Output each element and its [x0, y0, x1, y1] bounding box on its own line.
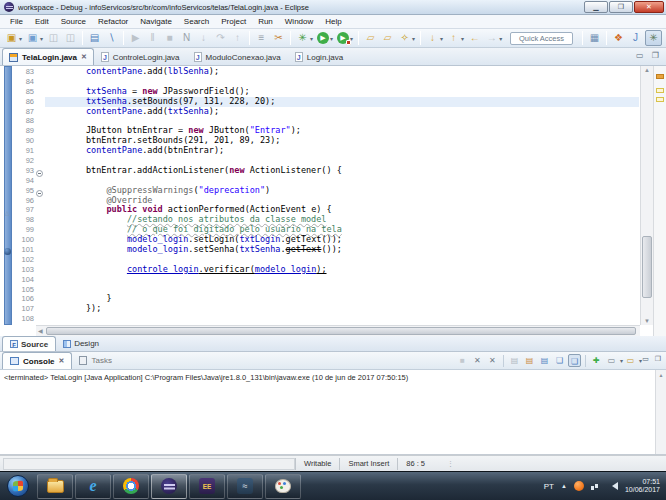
step-over-icon[interactable]: ↷: [213, 30, 228, 46]
avast-icon[interactable]: [574, 481, 584, 491]
menu-run[interactable]: Run: [252, 15, 279, 29]
taskbar-mysql-workbench[interactable]: ≈: [227, 474, 263, 499]
code-line[interactable]: 83 contentPane.add(lblSenha);: [0, 67, 639, 77]
open-resource-icon[interactable]: ▱: [380, 30, 395, 46]
taskbar-paint[interactable]: [265, 474, 301, 499]
show-console-on-output-icon[interactable]: ❏: [553, 354, 566, 367]
code-line[interactable]: 87 contentPane.add(txtSenha);: [0, 107, 639, 117]
run-icon[interactable]: ▶▾: [316, 30, 334, 46]
previous-annotation-icon[interactable]: ↑▾: [446, 30, 465, 46]
menu-help[interactable]: Help: [319, 15, 347, 29]
resume-icon[interactable]: ▶: [128, 30, 143, 46]
horizontal-scroll-thumb[interactable]: [46, 327, 636, 335]
disconnect-icon[interactable]: N: [179, 30, 194, 46]
scroll-up-icon[interactable]: ▲: [641, 67, 653, 73]
console-output[interactable]: <terminated> TelaLogin [Java Application…: [0, 370, 666, 455]
remove-launch-icon[interactable]: ✕: [471, 354, 484, 367]
terminate-icon[interactable]: ■: [162, 30, 177, 46]
search-icon[interactable]: ✧▾: [397, 30, 416, 46]
scroll-down-icon[interactable]: ▼: [641, 318, 653, 324]
vertical-scrollbar[interactable]: ▲ ▼: [640, 66, 653, 325]
menu-refactor[interactable]: Refactor: [92, 15, 134, 29]
minimize-button[interactable]: ▁: [584, 1, 608, 13]
title-bar[interactable]: workspace - Debug - infoServicos/src/br/…: [0, 0, 666, 15]
new-class-icon[interactable]: ▣▾: [25, 30, 44, 46]
menu-source[interactable]: Source: [55, 15, 92, 29]
clear-console-icon[interactable]: ▤: [508, 354, 521, 367]
editor-tab-Login.java[interactable]: JLogin.java: [288, 48, 350, 65]
menu-edit[interactable]: Edit: [29, 15, 55, 29]
java-perspective-icon[interactable]: J: [628, 30, 643, 46]
overview-ruler[interactable]: [653, 66, 666, 336]
editor-minmax-icons[interactable]: ▭ ❐: [636, 51, 662, 60]
code-line[interactable]: 107 });: [0, 304, 639, 314]
horizontal-scrollbar[interactable]: ◀: [36, 325, 640, 336]
volume-icon[interactable]: [608, 482, 618, 490]
tab-console[interactable]: Console ✕: [2, 352, 72, 369]
save-all-icon[interactable]: ◫: [63, 30, 78, 46]
close-console-tab-icon[interactable]: ✕: [59, 357, 65, 365]
new-wizard-icon[interactable]: ▣▾: [4, 30, 23, 46]
terminate-icon[interactable]: ■: [456, 354, 469, 367]
code-line[interactable]: 91 contentPane.add(btnEntrar);: [0, 146, 639, 156]
open-perspective-icon[interactable]: ▦: [587, 30, 602, 46]
taskbar-chrome[interactable]: [113, 474, 149, 499]
tab-source[interactable]: F Source: [2, 336, 56, 351]
quick-access-box[interactable]: Quick Access: [510, 32, 573, 45]
occurrence-marker[interactable]: [656, 88, 664, 93]
skip-all-breakpoints-icon[interactable]: ∖: [104, 30, 119, 46]
open-type-icon[interactable]: ▱: [363, 30, 378, 46]
network-icon[interactable]: [591, 482, 601, 490]
editor-tab-ModuloConexao.java[interactable]: JModuloConexao.java: [187, 48, 288, 65]
back-icon[interactable]: ←: [467, 30, 482, 46]
tab-design[interactable]: Design: [56, 336, 106, 351]
new-console-view-icon[interactable]: ✚: [590, 354, 603, 367]
code-line[interactable]: 93 btnEntrar.addActionListener(new Actio…: [0, 166, 639, 176]
editor-tab-TelaLogin.java[interactable]: TelaLogin.java✕: [2, 48, 94, 65]
word-wrap-icon[interactable]: ▤: [538, 354, 551, 367]
taskbar-eclipse[interactable]: [151, 474, 187, 499]
remove-all-launches-icon[interactable]: ✕: [486, 354, 499, 367]
fold-collapse-icon[interactable]: [34, 166, 45, 176]
clock[interactable]: 07:51 10/06/2017: [625, 478, 660, 494]
suspend-icon[interactable]: ‖: [145, 30, 160, 46]
use-step-filters-icon[interactable]: ✂: [271, 30, 286, 46]
fold-collapse-icon[interactable]: [34, 186, 45, 196]
code-line[interactable]: 101 modelo_login.setSenha(txtSenha.getTe…: [0, 245, 639, 255]
debug-perspective-icon[interactable]: ✳: [645, 30, 662, 46]
close-tab-icon[interactable]: ✕: [81, 53, 87, 61]
editor-tab-ControleLogin.java[interactable]: JControleLogin.java: [94, 48, 187, 65]
maximize-button[interactable]: ❐: [609, 1, 633, 13]
taskbar-windows-explorer[interactable]: [37, 474, 73, 499]
console-scrollbar[interactable]: [655, 370, 666, 454]
scroll-left-icon[interactable]: ◀: [38, 327, 43, 334]
taskbar-internet-explorer[interactable]: e: [75, 474, 111, 499]
java-ee-perspective-icon[interactable]: ❖: [611, 30, 626, 46]
show-hidden-icons-icon[interactable]: ▲: [561, 483, 567, 489]
step-into-icon[interactable]: ↓: [196, 30, 211, 46]
occurrence-marker[interactable]: [656, 74, 664, 79]
debug-icon[interactable]: ✳▾: [295, 30, 314, 46]
pin-console-icon[interactable]: ❏: [568, 354, 581, 367]
menu-project[interactable]: Project: [215, 15, 252, 29]
display-selected-console-icon[interactable]: ▭: [605, 354, 618, 367]
console-minmax-icons[interactable]: ▭ ❐: [642, 355, 663, 363]
language-indicator[interactable]: PT: [544, 482, 554, 491]
menu-navigate[interactable]: Navigate: [134, 15, 178, 29]
open-console-icon[interactable]: ▭: [624, 354, 637, 367]
tab-tasks[interactable]: Tasks: [72, 352, 118, 369]
external-tools-icon[interactable]: ▶▾: [336, 30, 354, 46]
code-line[interactable]: 104: [0, 275, 639, 285]
next-annotation-icon[interactable]: ↓▾: [425, 30, 444, 46]
scroll-lock-icon[interactable]: ▤: [523, 354, 536, 367]
code-line[interactable]: 108: [0, 314, 639, 324]
step-return-icon[interactable]: ↑: [230, 30, 245, 46]
open-console-icon[interactable]: ▤: [87, 30, 102, 46]
vertical-scroll-thumb[interactable]: [642, 236, 652, 298]
menu-file[interactable]: File: [4, 15, 29, 29]
menu-search[interactable]: Search: [178, 15, 215, 29]
start-button[interactable]: [3, 473, 33, 499]
code-line[interactable]: 103 controle_login.verificar(modelo_logi…: [0, 265, 639, 275]
forward-icon[interactable]: →▾: [484, 30, 503, 46]
menu-window[interactable]: Window: [279, 15, 319, 29]
